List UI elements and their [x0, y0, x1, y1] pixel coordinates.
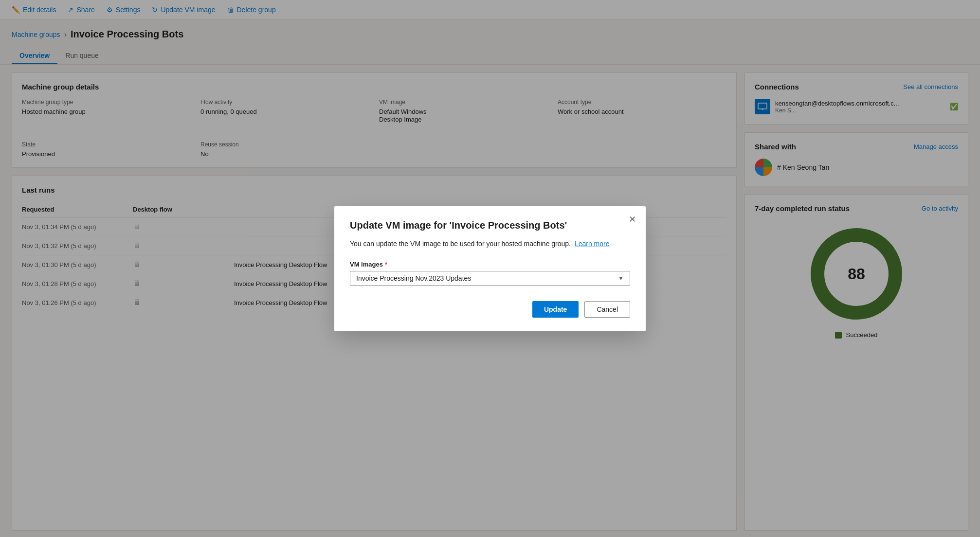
learn-more-link[interactable]: Learn more: [575, 240, 610, 248]
vm-images-field-label: VM images *: [350, 261, 630, 268]
modal-overlay: ✕ Update VM image for 'Invoice Processin…: [0, 0, 980, 537]
vm-images-select[interactable]: Invoice Processing Nov.2023 Updates ▼: [350, 271, 630, 286]
chevron-down-icon: ▼: [618, 275, 624, 282]
modal-close-button[interactable]: ✕: [629, 214, 636, 225]
modal-actions: Update Cancel: [350, 301, 630, 318]
update-button[interactable]: Update: [532, 301, 579, 318]
modal-title: Update VM image for 'Invoice Processing …: [350, 220, 630, 231]
required-indicator: *: [385, 261, 387, 268]
vm-images-selected-value: Invoice Processing Nov.2023 Updates: [356, 274, 471, 282]
cancel-button[interactable]: Cancel: [584, 301, 630, 318]
update-vm-modal: ✕ Update VM image for 'Invoice Processin…: [334, 206, 646, 331]
modal-description: You can update the VM image to be used f…: [350, 239, 630, 249]
